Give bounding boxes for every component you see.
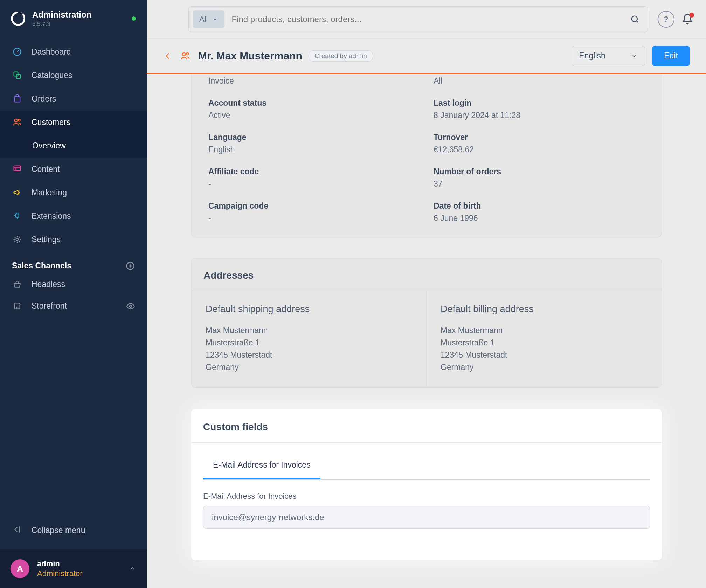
sidebar-item-catalogues[interactable]: Catalogues: [0, 64, 147, 87]
svg-point-6: [14, 119, 17, 122]
sales-channels-section: Sales Channels: [0, 251, 147, 274]
svg-point-12: [130, 305, 132, 308]
addr-line: Max Mustermann: [206, 324, 412, 337]
info-value: Active: [208, 111, 420, 120]
info-label: Turnover: [434, 133, 645, 142]
svg-point-13: [632, 16, 637, 21]
edit-button[interactable]: Edit: [652, 46, 690, 66]
search-input[interactable]: [231, 14, 627, 24]
cf-field-label: E-Mail Address for Invoices: [203, 492, 650, 501]
collapse-menu[interactable]: Collapse menu: [0, 519, 147, 541]
info-label: Date of birth: [434, 201, 645, 211]
custom-fields-heading: Custom fields: [191, 409, 662, 443]
info-label: Language: [208, 133, 420, 142]
channel-headless[interactable]: Headless: [0, 274, 147, 295]
sidebar-item-label: Content: [32, 164, 60, 174]
sidebar-item-label: Catalogues: [32, 71, 72, 80]
sidebar-item-orders[interactable]: Orders: [0, 87, 147, 111]
app-logo-icon: [11, 12, 25, 26]
layout-icon: [12, 164, 22, 174]
custom-fields-tabs: E-Mail Address for Invoices: [203, 449, 650, 480]
bag-icon: [12, 93, 22, 104]
sidebar-header: Administration 6.5.7.3: [0, 0, 147, 38]
store-icon: [12, 301, 22, 312]
collapse-label: Collapse menu: [32, 526, 85, 535]
chip-label: All: [199, 15, 208, 24]
tab-invoice-email[interactable]: E-Mail Address for Invoices: [203, 449, 320, 479]
layers-icon: [12, 70, 22, 80]
sidebar-item-marketing[interactable]: Marketing: [0, 181, 147, 204]
svg-point-10: [16, 238, 19, 241]
custom-fields-card: Custom fields E-Mail Address for Invoice…: [191, 409, 662, 560]
avatar: A: [11, 559, 29, 578]
info-label: Last login: [434, 98, 645, 108]
addr-line: Max Mustermann: [441, 324, 648, 337]
info-value: -: [208, 214, 420, 223]
gear-icon: [12, 234, 22, 245]
content: Invoice All Account status Active Last l…: [147, 74, 706, 588]
back-button[interactable]: [163, 51, 172, 61]
chevron-down-icon: [212, 16, 218, 22]
page-title: Mr. Max Mustermann: [198, 50, 302, 62]
sidebar-item-label: Extensions: [32, 211, 71, 221]
megaphone-icon: [12, 187, 22, 198]
sidebar-item-dashboard[interactable]: Dashboard: [0, 40, 147, 64]
info-label: Affiliate code: [208, 167, 420, 176]
user-menu[interactable]: A admin Administrator: [0, 550, 147, 588]
info-label: Number of orders: [434, 167, 645, 176]
addr-line: Germany: [441, 361, 648, 373]
global-search: All: [188, 6, 648, 32]
sidebar-item-label: Customers: [32, 118, 70, 127]
info-value: All: [434, 76, 645, 86]
collapse-icon: [12, 525, 22, 536]
info-label: Account status: [208, 98, 420, 108]
shipping-address: Default shipping address Max Mustermann …: [192, 291, 427, 387]
sidebar-subitem-overview[interactable]: Overview: [0, 134, 147, 158]
sidebar-item-settings[interactable]: Settings: [0, 228, 147, 251]
addresses-heading: Addresses: [192, 259, 662, 291]
topbar: All ?: [147, 0, 706, 38]
addr-line: Germany: [206, 361, 412, 373]
addr-line: 12345 Musterstadt: [206, 349, 412, 361]
status-dot-icon: [132, 16, 136, 21]
svg-point-15: [186, 52, 188, 55]
page-header: Mr. Max Mustermann Created by admin Engl…: [147, 38, 706, 74]
svg-rect-5: [14, 97, 20, 102]
sales-channels-title: Sales Channels: [12, 261, 71, 271]
sidebar: Administration 6.5.7.3 Dashboard Catalog…: [0, 0, 147, 588]
help-button[interactable]: ?: [658, 11, 674, 28]
notification-dot-icon: [689, 13, 694, 18]
basket-icon: [12, 279, 22, 290]
user-name: admin: [37, 559, 83, 568]
app-version: 6.5.7.3: [32, 21, 91, 28]
search-filter-chip[interactable]: All: [193, 10, 224, 28]
sidebar-nav: Dashboard Catalogues Orders Customers Ov…: [0, 38, 147, 251]
eye-icon[interactable]: [126, 302, 135, 311]
addr-line: Musterstraße 1: [441, 337, 648, 349]
addresses-card: Addresses Default shipping address Max M…: [191, 258, 662, 388]
search-icon[interactable]: [630, 14, 640, 24]
info-value: English: [208, 145, 420, 154]
channel-storefront[interactable]: Storefront: [0, 295, 147, 317]
plug-icon: [12, 211, 22, 221]
shipping-title: Default shipping address: [206, 304, 412, 315]
created-by-badge: Created by admin: [309, 50, 373, 62]
language-select[interactable]: English: [572, 46, 645, 66]
sidebar-item-extensions[interactable]: Extensions: [0, 204, 147, 228]
addr-line: 12345 Musterstadt: [441, 349, 648, 361]
billing-title: Default billing address: [441, 304, 648, 315]
sidebar-item-customers[interactable]: Customers: [0, 111, 147, 134]
addr-line: Musterstraße 1: [206, 337, 412, 349]
sidebar-item-label: Orders: [32, 94, 56, 104]
info-value: €12,658.62: [434, 145, 645, 154]
svg-point-14: [182, 52, 186, 56]
notifications-button[interactable]: [681, 13, 693, 25]
add-channel-icon[interactable]: [125, 261, 135, 271]
info-label: Campaign code: [208, 201, 420, 211]
sidebar-item-content[interactable]: Content: [0, 158, 147, 181]
chevron-up-icon: [128, 565, 137, 573]
info-value: 37: [434, 179, 645, 189]
sidebar-item-label: Dashboard: [32, 47, 71, 57]
invoice-email-input[interactable]: [203, 506, 650, 529]
channel-label: Headless: [32, 280, 65, 289]
